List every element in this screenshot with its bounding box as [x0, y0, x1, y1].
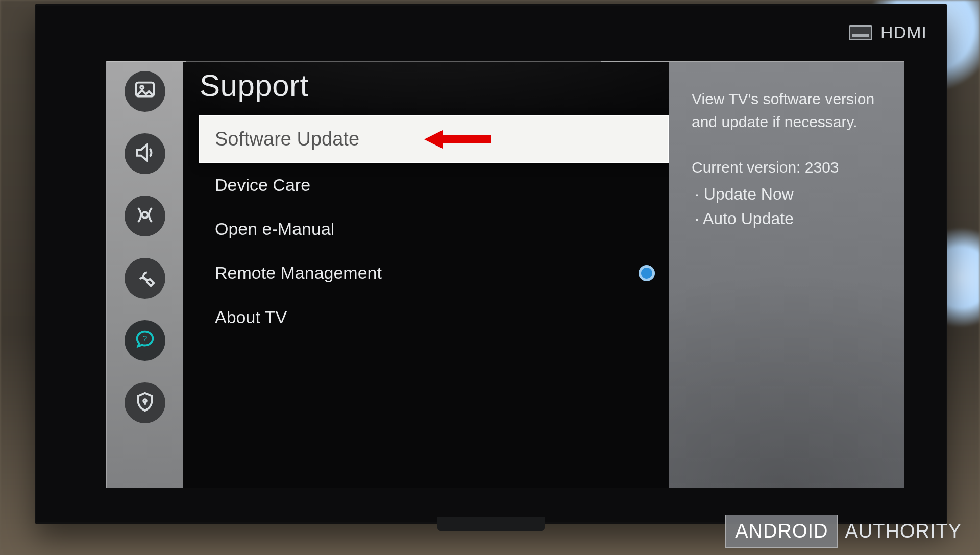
- shield-icon: [133, 390, 157, 416]
- menu-item-label: Software Update: [215, 128, 359, 150]
- menu-item-software-update[interactable]: Software Update: [199, 115, 669, 163]
- info-subaction: Auto Update: [704, 206, 881, 231]
- support-menu: Software Update Device Care Open e-Manua…: [199, 115, 669, 339]
- wrench-icon: [133, 266, 157, 291]
- settings-screen: ? Support Software Update Devi: [106, 61, 904, 488]
- watermark-plain: AUTHORITY: [838, 515, 969, 547]
- info-subaction: Update Now: [704, 182, 881, 206]
- status-indicator-icon: [639, 265, 655, 281]
- svg-point-1: [140, 86, 143, 89]
- svg-point-2: [142, 212, 148, 218]
- menu-item-label: Device Care: [215, 175, 310, 195]
- hdmi-icon: [849, 25, 872, 40]
- picture-icon: [133, 79, 157, 104]
- sidebar-item-privacy[interactable]: [125, 382, 165, 423]
- settings-sidebar: ?: [107, 62, 183, 488]
- input-source-badge: HDMI: [849, 22, 927, 42]
- watermark-boxed: ANDROID: [725, 515, 838, 548]
- info-panel: View TV's software version and update if…: [669, 62, 904, 488]
- info-version-label: Current version:: [692, 159, 800, 176]
- sidebar-item-general[interactable]: [125, 258, 165, 299]
- page-title: Support: [200, 68, 669, 103]
- annotation-arrow-icon: [424, 128, 491, 151]
- info-description: View TV's software version and update if…: [692, 87, 881, 133]
- settings-main: Support Software Update Device Care Open…: [183, 62, 669, 488]
- info-version-value: 2303: [805, 159, 839, 176]
- input-source-label: HDMI: [880, 22, 927, 42]
- svg-marker-5: [424, 130, 491, 149]
- menu-item-label: About TV: [215, 307, 287, 327]
- sidebar-item-broadcasting[interactable]: [125, 196, 165, 236]
- sidebar-item-picture[interactable]: [125, 71, 165, 112]
- tv-frame: HDMI: [35, 4, 947, 524]
- support-icon: ?: [133, 328, 157, 353]
- watermark: ANDROID AUTHORITY: [725, 515, 969, 548]
- menu-item-open-e-manual[interactable]: Open e-Manual: [199, 207, 669, 251]
- info-subactions: Update Now Auto Update: [692, 182, 881, 231]
- sound-icon: [133, 141, 157, 166]
- tv-stand: [437, 517, 545, 531]
- info-version: Current version: 2303: [692, 156, 881, 179]
- sidebar-item-support[interactable]: ?: [125, 320, 165, 361]
- menu-item-about-tv[interactable]: About TV: [199, 295, 669, 339]
- sidebar-item-sound[interactable]: [125, 133, 165, 174]
- menu-item-label: Open e-Manual: [215, 219, 334, 239]
- menu-item-label: Remote Management: [215, 263, 382, 283]
- menu-item-remote-management[interactable]: Remote Management: [199, 251, 669, 295]
- svg-text:?: ?: [143, 334, 148, 343]
- menu-item-device-care[interactable]: Device Care: [199, 163, 669, 207]
- broadcast-icon: [133, 203, 157, 229]
